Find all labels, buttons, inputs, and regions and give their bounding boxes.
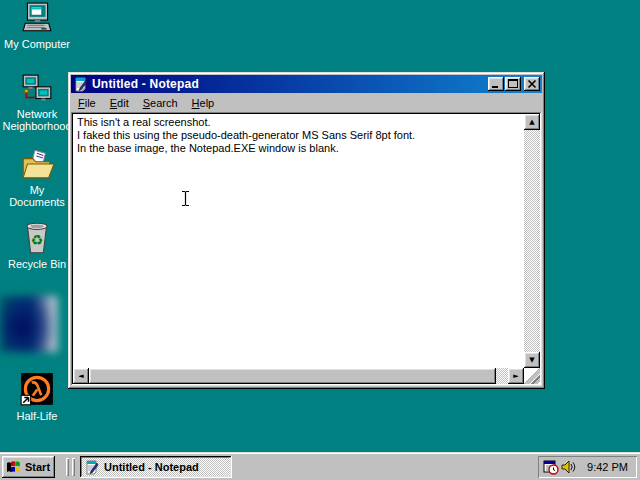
taskbar-clock[interactable]: 9:42 PM: [587, 461, 637, 473]
desktop-icon-my-documents[interactable]: My Documents: [1, 148, 73, 208]
svg-text:♻: ♻: [31, 232, 43, 248]
desktop: My Computer Network Neighborhood My Docu…: [0, 0, 640, 480]
scroll-up-button[interactable]: ▲: [524, 114, 540, 130]
menu-bar: File Edit Search Help: [71, 93, 542, 112]
system-tray: 9:42 PM: [538, 456, 637, 478]
my-computer-icon: [20, 2, 54, 36]
desktop-icon-network-neighborhood[interactable]: Network Neighborhood: [1, 74, 73, 132]
close-button[interactable]: [524, 77, 540, 91]
menu-help[interactable]: Help: [185, 95, 222, 111]
desktop-icon-label: Half-Life: [1, 410, 73, 422]
minimize-button[interactable]: [488, 77, 504, 91]
notepad-icon: [84, 459, 100, 475]
maximize-button[interactable]: [505, 77, 521, 91]
desktop-icon-my-computer[interactable]: My Computer: [1, 2, 73, 50]
blurred-artifact: [0, 296, 57, 352]
menu-file[interactable]: File: [71, 95, 103, 111]
title-bar[interactable]: Untitled - Notepad: [71, 75, 542, 93]
window-title: Untitled - Notepad: [92, 77, 199, 91]
windows-flag-icon: [5, 460, 22, 475]
vertical-scrollbar[interactable]: ▲ ▼: [524, 114, 540, 368]
desktop-icon-label: Recycle Bin: [1, 258, 73, 270]
desktop-icon-label: My Documents: [1, 184, 73, 208]
half-life-icon: [19, 372, 55, 408]
menu-search[interactable]: Search: [136, 95, 185, 111]
task-button-label: Untitled - Notepad: [104, 461, 199, 473]
scroll-down-button[interactable]: ▼: [524, 352, 540, 368]
network-neighborhood-icon: [20, 74, 54, 106]
scroll-left-button[interactable]: ◄: [73, 368, 89, 384]
desktop-icon-label: My Computer: [1, 38, 73, 50]
notepad-window: Untitled - Notepad Fi: [68, 72, 545, 389]
start-label: Start: [25, 461, 50, 473]
taskbar-grip[interactable]: [66, 458, 69, 476]
scrollbar-track[interactable]: [524, 130, 540, 352]
scroll-right-button[interactable]: ►: [508, 368, 524, 384]
task-button-notepad[interactable]: Untitled - Notepad: [80, 456, 232, 478]
my-documents-icon: [19, 148, 55, 182]
task-scheduler-icon[interactable]: [543, 459, 559, 475]
taskbar: Start Untitled - Notepad: [0, 452, 640, 480]
recycle-bin-icon: ♻: [20, 220, 54, 256]
taskbar-grip[interactable]: [72, 458, 75, 476]
text-content[interactable]: This isn't a real screenshot. I faked th…: [73, 114, 524, 368]
resize-grip[interactable]: [524, 368, 540, 384]
text-line: I faked this using the pseudo-death-gene…: [77, 129, 524, 142]
menu-edit[interactable]: Edit: [103, 95, 136, 111]
start-button[interactable]: Start: [2, 456, 55, 478]
ibeam-cursor: [180, 190, 191, 207]
text-line: In the base image, the Notepad.EXE windo…: [77, 142, 524, 155]
notepad-icon: [73, 76, 89, 92]
volume-icon[interactable]: [560, 459, 576, 475]
text-line: This isn't a real screenshot.: [77, 116, 524, 129]
scrollbar-thumb[interactable]: [89, 368, 496, 384]
edit-area: This isn't a real screenshot. I faked th…: [71, 112, 542, 386]
horizontal-scrollbar[interactable]: ◄ ►: [73, 368, 524, 384]
desktop-icon-recycle-bin[interactable]: ♻ Recycle Bin: [1, 220, 73, 270]
desktop-icon-half-life[interactable]: Half-Life: [1, 372, 73, 422]
desktop-icon-label: Network Neighborhood: [1, 108, 73, 132]
